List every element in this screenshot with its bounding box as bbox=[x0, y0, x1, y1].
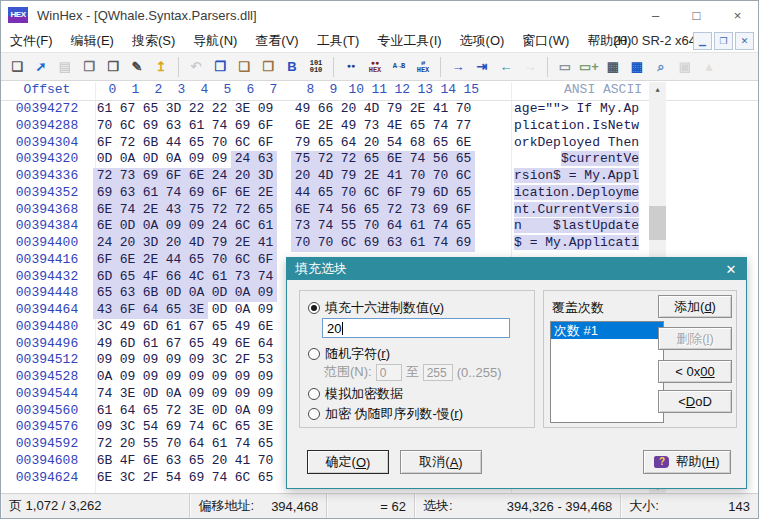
dialog-close-icon[interactable]: ✕ bbox=[716, 258, 746, 280]
byte-cell[interactable]: 6E bbox=[254, 319, 277, 336]
byte-cell[interactable]: 72 bbox=[337, 151, 360, 168]
byte-cell[interactable]: 70 bbox=[93, 118, 116, 135]
byte-cell[interactable]: 65 bbox=[116, 269, 139, 286]
byte-cell[interactable]: 70 bbox=[337, 185, 360, 202]
byte-cell[interactable]: 74 bbox=[93, 386, 116, 403]
byte-cell[interactable]: 65 bbox=[314, 135, 337, 152]
byte-cell[interactable]: 74 bbox=[185, 419, 208, 436]
ascii-cell[interactable]: plication.IsNetw bbox=[514, 118, 642, 135]
byte-cell[interactable]: 73 bbox=[231, 269, 254, 286]
mdi-minimize-button[interactable]: ▁ bbox=[693, 32, 712, 50]
byte-cell[interactable]: 6C bbox=[337, 235, 360, 252]
byte-cell[interactable]: 6E bbox=[231, 336, 254, 353]
byte-cell[interactable]: 6C bbox=[208, 419, 231, 436]
cancel-button[interactable]: 取消(A) bbox=[400, 450, 482, 474]
byte-cell[interactable]: 4D bbox=[360, 101, 383, 118]
byte-cell[interactable]: 65 bbox=[185, 135, 208, 152]
byte-cell[interactable]: 6E bbox=[139, 453, 162, 470]
byte-cell[interactable]: 6B bbox=[93, 453, 116, 470]
byte-cell[interactable]: 0D bbox=[208, 302, 231, 319]
byte-cell[interactable]: 65 bbox=[254, 470, 277, 487]
byte-cell[interactable]: 0D bbox=[162, 285, 185, 302]
byte-cell[interactable]: 0A bbox=[162, 386, 185, 403]
scrollbar-thumb[interactable] bbox=[649, 206, 666, 240]
goto-offset-icon[interactable]: → bbox=[446, 55, 470, 79]
byte-cell[interactable]: 72 bbox=[162, 403, 185, 420]
menu-item-8[interactable]: 窗口(W) bbox=[513, 29, 578, 53]
status-block-panel[interactable]: 选块: 394,326 - 394,468 bbox=[415, 494, 621, 518]
byte-cell[interactable]: 49 bbox=[116, 319, 139, 336]
byte-cell[interactable]: 0A bbox=[116, 151, 139, 168]
byte-cell[interactable]: 49 bbox=[208, 336, 231, 353]
byte-cell[interactable]: 74 bbox=[314, 202, 337, 219]
byte-cell[interactable]: 69 bbox=[185, 470, 208, 487]
byte-cell[interactable]: 70 bbox=[208, 135, 231, 152]
byte-cell[interactable]: 09 bbox=[208, 386, 231, 403]
byte-cell[interactable]: 55 bbox=[139, 436, 162, 453]
byte-cell[interactable]: 54 bbox=[139, 419, 162, 436]
byte-cell[interactable]: 61 bbox=[208, 269, 231, 286]
byte-cell[interactable]: 0A bbox=[231, 403, 254, 420]
byte-cell[interactable]: 72 bbox=[93, 436, 116, 453]
byte-cell[interactable]: 09 bbox=[254, 403, 277, 420]
byte-cell[interactable]: 64 bbox=[337, 135, 360, 152]
byte-cell[interactable]: 6F bbox=[452, 202, 475, 219]
byte-cell[interactable]: 73 bbox=[360, 118, 383, 135]
byte-cell[interactable]: 6D bbox=[429, 185, 452, 202]
byte-cell[interactable]: 74 bbox=[254, 269, 277, 286]
delete-button[interactable]: 删除(l) bbox=[658, 327, 732, 350]
byte-cell[interactable]: 2E bbox=[139, 252, 162, 269]
byte-cell[interactable]: 09 bbox=[162, 352, 185, 369]
goto-offset-dialog-icon[interactable]: ⇥ bbox=[470, 55, 494, 79]
byte-cell[interactable]: 63 bbox=[116, 285, 139, 302]
help-button[interactable]: ? 帮助(H) bbox=[643, 450, 731, 474]
byte-cell[interactable]: 6C bbox=[360, 185, 383, 202]
byte-cell[interactable]: 0A bbox=[93, 369, 116, 386]
byte-cell[interactable]: 09 bbox=[93, 419, 116, 436]
byte-cell[interactable]: 69 bbox=[429, 202, 452, 219]
byte-cell[interactable]: 24 bbox=[93, 235, 116, 252]
byte-cell[interactable]: 69 bbox=[139, 168, 162, 185]
byte-cell[interactable]: 6C bbox=[452, 168, 475, 185]
dialog-title-bar[interactable]: 填充选块 bbox=[287, 258, 746, 280]
replace-text-icon[interactable]: A→B bbox=[387, 55, 411, 79]
ascii-cell[interactable]: orkDeployed Then bbox=[514, 135, 642, 152]
byte-cell[interactable]: 41 bbox=[231, 453, 254, 470]
byte-cell[interactable]: 09 bbox=[162, 218, 185, 235]
byte-cell[interactable]: 63 bbox=[383, 235, 406, 252]
byte-cell[interactable]: 70 bbox=[291, 235, 314, 252]
byte-cell[interactable]: 64 bbox=[185, 436, 208, 453]
byte-cell[interactable]: 6E bbox=[291, 202, 314, 219]
byte-cell[interactable]: 2E bbox=[314, 118, 337, 135]
byte-cell[interactable]: 69 bbox=[93, 185, 116, 202]
byte-cell[interactable]: 6E bbox=[116, 252, 139, 269]
byte-cell[interactable]: 69 bbox=[185, 185, 208, 202]
byte-cell[interactable]: 09 bbox=[231, 386, 254, 403]
byte-cell[interactable]: 3E bbox=[116, 386, 139, 403]
add-button[interactable]: 添加(d) bbox=[658, 295, 732, 318]
byte-cell[interactable]: 09 bbox=[162, 369, 185, 386]
byte-cell[interactable]: 64 bbox=[383, 218, 406, 235]
byte-cell[interactable]: 74 bbox=[429, 118, 452, 135]
byte-cell[interactable]: 20 bbox=[116, 235, 139, 252]
byte-cell[interactable]: 73 bbox=[406, 202, 429, 219]
byte-cell[interactable]: 44 bbox=[162, 252, 185, 269]
paste-clipboard-icon[interactable]: ❑ bbox=[232, 55, 256, 79]
byte-cell[interactable]: 61 bbox=[93, 101, 116, 118]
byte-cell[interactable]: 63 bbox=[116, 185, 139, 202]
byte-cell[interactable]: 2E bbox=[139, 202, 162, 219]
byte-cell[interactable]: 73 bbox=[291, 218, 314, 235]
byte-cell[interactable]: 74 bbox=[208, 470, 231, 487]
byte-cell[interactable]: 69 bbox=[162, 419, 185, 436]
byte-cell[interactable]: 6C bbox=[231, 470, 254, 487]
byte-cell[interactable]: 09 bbox=[254, 386, 277, 403]
byte-cell[interactable]: 09 bbox=[185, 369, 208, 386]
byte-cell[interactable]: 09 bbox=[254, 285, 277, 302]
range-from-input[interactable]: 0 bbox=[376, 364, 402, 381]
byte-cell[interactable]: 0A bbox=[162, 151, 185, 168]
byte-cell[interactable]: 0A bbox=[139, 218, 162, 235]
byte-cell[interactable]: 41 bbox=[383, 168, 406, 185]
hex-value-input[interactable]: 20 bbox=[322, 318, 510, 338]
byte-cell[interactable]: 3E bbox=[231, 101, 254, 118]
byte-cell[interactable]: 20 bbox=[337, 101, 360, 118]
